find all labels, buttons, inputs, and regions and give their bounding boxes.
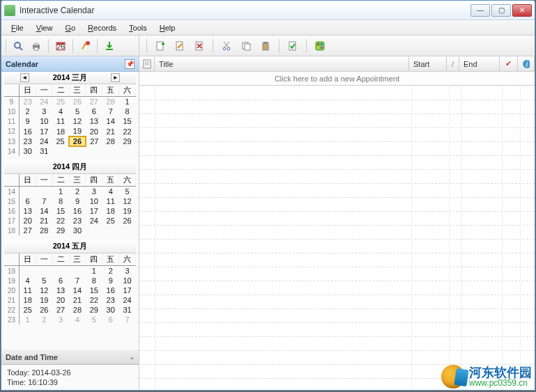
col-done-icon[interactable]: ✔ <box>500 56 518 71</box>
calendar-day[interactable]: 22 <box>119 126 136 136</box>
menu-records[interactable]: Records <box>82 22 122 33</box>
new-record-icon[interactable] <box>153 38 168 54</box>
col-start[interactable]: Start <box>409 56 447 71</box>
calendar-day[interactable]: 24 <box>119 295 136 305</box>
calendar-day[interactable]: 19 <box>69 126 86 136</box>
calendar-day[interactable]: 2 <box>102 266 119 276</box>
calendar-day[interactable]: 5 <box>36 276 52 285</box>
calendar-day[interactable]: 21 <box>102 126 119 136</box>
calendar-day[interactable]: 11 <box>52 116 69 126</box>
calendar-day[interactable]: 18 <box>102 206 119 216</box>
calendar-day[interactable]: 25 <box>19 305 36 315</box>
calendar-day[interactable]: 20 <box>19 216 36 226</box>
menu-file[interactable]: File <box>6 22 29 33</box>
menu-tools[interactable]: Tools <box>123 22 153 33</box>
calendar-day[interactable]: 17 <box>119 285 136 295</box>
calendar-day[interactable]: 12 <box>36 285 52 295</box>
datetime-panel-header[interactable]: Date and Time ⌄ <box>1 350 139 365</box>
calendar-day[interactable]: 12 <box>69 116 86 126</box>
calendar-day[interactable]: 9 <box>19 116 36 126</box>
calendar-day[interactable]: 12 <box>119 196 136 206</box>
calendar-day[interactable]: 22 <box>86 295 102 305</box>
calendar-day[interactable]: 8 <box>86 276 102 285</box>
calendar-day[interactable]: 13 <box>86 116 102 126</box>
calendar-day[interactable] <box>102 146 119 156</box>
calendar-day[interactable] <box>52 266 69 276</box>
appointment-grid[interactable]: 河东软件园 www.pc0359.cn <box>139 86 535 390</box>
calendar-day[interactable]: 2 <box>19 107 36 116</box>
add-appointment-row[interactable]: Click here to add a new Appointment <box>139 72 535 86</box>
calendar-day[interactable]: 29 <box>119 136 136 146</box>
calendar-day[interactable]: 28 <box>69 305 86 315</box>
calendar-day[interactable]: 6 <box>52 276 69 285</box>
calendar-day[interactable]: 21 <box>36 216 52 226</box>
print-icon[interactable] <box>29 38 44 54</box>
calendar-day[interactable]: 19 <box>119 206 136 216</box>
calendar-day[interactable]: 16 <box>102 285 119 295</box>
calendar-day[interactable] <box>36 266 52 276</box>
calendar-day[interactable]: 27 <box>19 226 36 235</box>
calendar-day[interactable]: 24 <box>36 97 52 107</box>
calendar-day[interactable]: 18 <box>19 295 36 305</box>
paste-icon[interactable] <box>258 38 273 54</box>
calendar-day[interactable] <box>119 226 136 235</box>
calendar-day[interactable] <box>102 226 119 235</box>
calendar-day[interactable]: 17 <box>36 126 52 136</box>
maximize-button[interactable]: ▢ <box>491 4 511 17</box>
calendar-day[interactable]: 23 <box>69 216 86 226</box>
col-info-icon[interactable]: i <box>518 56 535 71</box>
calendar-day[interactable]: 31 <box>119 305 136 315</box>
calendar-day[interactable]: 4 <box>52 107 69 116</box>
calendar-day[interactable]: 20 <box>86 126 102 136</box>
import-icon[interactable] <box>102 38 117 54</box>
calendar-day[interactable]: 2 <box>36 315 52 324</box>
calendar-day[interactable]: 7 <box>119 315 136 324</box>
calendar-day[interactable]: 15 <box>52 206 69 216</box>
calendar-day[interactable]: 26 <box>119 216 136 226</box>
calendar-day[interactable]: 5 <box>69 107 86 116</box>
calendar-day[interactable]: 3 <box>86 187 102 197</box>
col-separator[interactable]: / <box>447 56 459 71</box>
calendar-day[interactable]: 23 <box>102 295 119 305</box>
calendar-day[interactable]: 25 <box>52 136 69 146</box>
calendar-day[interactable]: 28 <box>36 226 52 235</box>
complete-icon[interactable] <box>285 38 300 54</box>
calendar-day[interactable]: 5 <box>119 187 136 197</box>
calendar-day[interactable]: 2 <box>69 187 86 197</box>
calendar-day[interactable]: 16 <box>19 126 36 136</box>
calendar-day[interactable]: 31 <box>36 146 52 156</box>
calendar-day[interactable]: 22 <box>52 216 69 226</box>
calendar-day[interactable]: 4 <box>102 187 119 197</box>
calendar-day[interactable]: 4 <box>69 315 86 324</box>
calendar-day[interactable]: 25 <box>52 97 69 107</box>
calendar-day[interactable]: 3 <box>52 315 69 324</box>
col-title[interactable]: Title <box>155 56 409 71</box>
menu-help[interactable]: Help <box>154 22 181 33</box>
calendar-day[interactable]: 6 <box>102 315 119 324</box>
calendar-day[interactable]: 21 <box>69 295 86 305</box>
calendar-day[interactable]: 4 <box>19 276 36 285</box>
next-month-button[interactable]: ► <box>111 73 120 82</box>
calendar-day[interactable]: 9 <box>102 276 119 285</box>
calendar-panel-header[interactable]: Calendar 📌 <box>1 56 139 72</box>
calendar-day[interactable] <box>19 266 36 276</box>
calendar-day[interactable] <box>119 146 136 156</box>
calendar-day[interactable]: 15 <box>119 116 136 126</box>
minimize-button[interactable]: — <box>470 4 490 17</box>
calendar-day[interactable]: 8 <box>119 107 136 116</box>
calendar-day[interactable]: 1 <box>52 187 69 197</box>
calendar-day[interactable] <box>19 187 36 197</box>
calendar-day[interactable]: 8 <box>52 196 69 206</box>
calendar-day[interactable]: 19 <box>36 295 52 305</box>
calendar-day[interactable]: 23 <box>19 97 36 107</box>
calendar-day[interactable]: 23 <box>19 136 36 146</box>
edit-record-icon[interactable] <box>172 38 187 54</box>
today-icon[interactable]: 26 <box>53 38 68 54</box>
calendar-day[interactable]: 11 <box>19 285 36 295</box>
prev-month-button[interactable]: ◄ <box>20 73 29 82</box>
calendar-day[interactable] <box>36 187 52 197</box>
calendar-day[interactable]: 28 <box>102 136 119 146</box>
calendar-day[interactable]: 10 <box>36 116 52 126</box>
calendar-day[interactable]: 6 <box>19 196 36 206</box>
pin-icon[interactable]: 📌 <box>125 59 135 69</box>
